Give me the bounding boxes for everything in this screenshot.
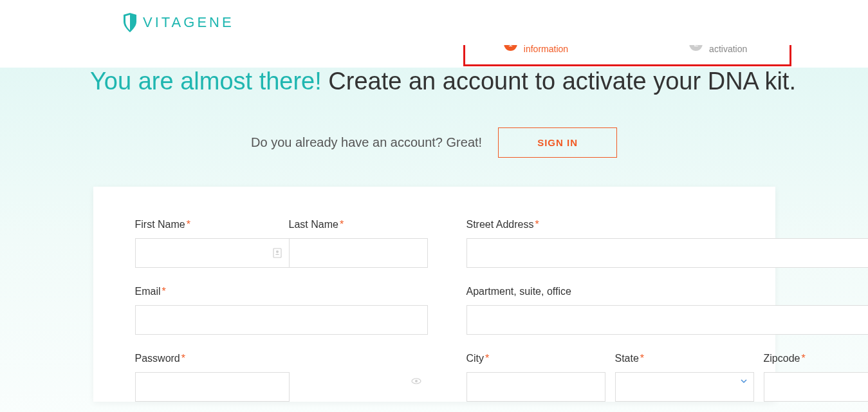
svg-point-1 bbox=[276, 250, 279, 253]
first-name-field[interactable] bbox=[135, 238, 289, 268]
brand-logo[interactable]: VITAGENE bbox=[122, 13, 234, 32]
zipcode-field[interactable] bbox=[764, 372, 869, 402]
last-name-label: Last Name* bbox=[289, 219, 428, 230]
form-right-column: Street Address* Apartment, suite, office bbox=[466, 219, 869, 402]
page-headline: You are almost there! Create an account … bbox=[0, 68, 868, 95]
eye-icon[interactable] bbox=[411, 376, 421, 386]
email-field[interactable] bbox=[135, 305, 428, 335]
contact-icon bbox=[272, 248, 282, 258]
city-field[interactable] bbox=[466, 372, 605, 402]
signin-row: Do you already have an account? Great! S… bbox=[0, 127, 868, 158]
brand-name: VITAGENE bbox=[143, 14, 234, 31]
email-label: Email* bbox=[135, 286, 428, 297]
shield-icon bbox=[122, 13, 138, 32]
state-field[interactable] bbox=[615, 372, 754, 402]
state-label: State* bbox=[615, 353, 754, 364]
main-content: You are almost there! Create an account … bbox=[0, 45, 868, 402]
password-label: Password* bbox=[135, 353, 428, 364]
street-label: Street Address* bbox=[466, 219, 869, 230]
password-field[interactable] bbox=[135, 372, 290, 402]
account-form-card: First Name* Last bbox=[93, 187, 775, 402]
last-name-field[interactable] bbox=[289, 238, 428, 268]
signin-prompt: Do you already have an account? Great! bbox=[251, 135, 482, 150]
header: VITAGENE bbox=[0, 0, 868, 45]
city-label: City* bbox=[466, 353, 605, 364]
zipcode-label: Zipcode* bbox=[764, 353, 869, 364]
apt-label: Apartment, suite, office bbox=[466, 286, 869, 297]
svg-point-3 bbox=[415, 380, 418, 382]
form-left-column: First Name* Last bbox=[135, 219, 428, 402]
headline-accent: You are almost there! bbox=[90, 68, 322, 95]
first-name-label: First Name* bbox=[135, 219, 289, 230]
apt-field[interactable] bbox=[466, 305, 869, 335]
street-field[interactable] bbox=[466, 238, 869, 268]
headline-rest: Create an account to activate your DNA k… bbox=[322, 68, 796, 95]
signin-button[interactable]: SIGN IN bbox=[498, 127, 617, 158]
